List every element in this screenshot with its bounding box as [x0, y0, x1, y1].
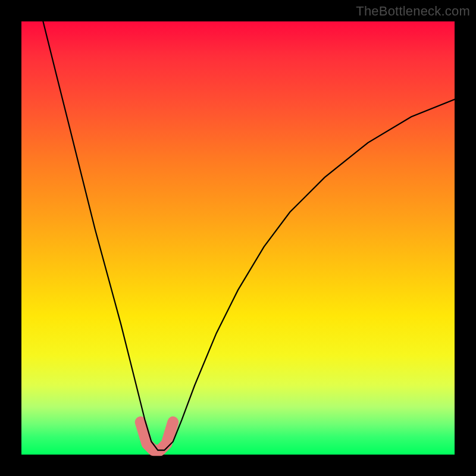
plot-area [21, 21, 455, 455]
curve-layer [21, 21, 455, 455]
chart-frame: TheBottleneck.com [0, 0, 476, 476]
watermark-text: TheBottleneck.com [356, 4, 470, 19]
bottleneck-curve-path [43, 21, 455, 450]
